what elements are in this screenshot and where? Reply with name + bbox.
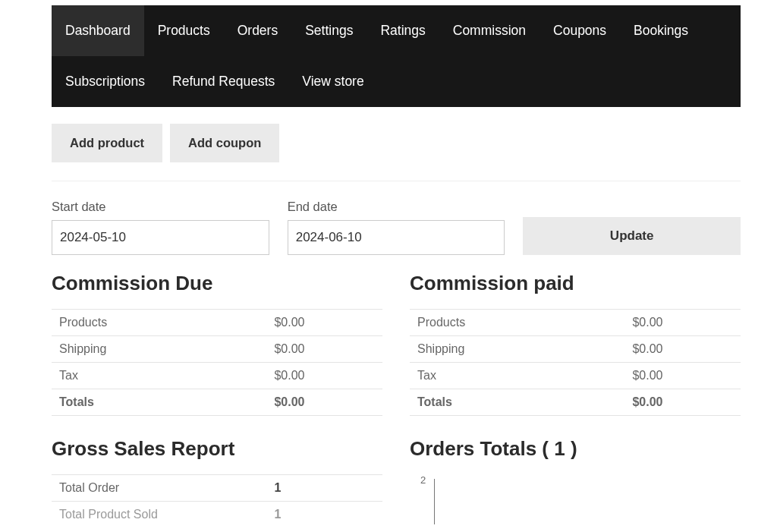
nav-tab-dashboard[interactable]: Dashboard <box>52 5 144 56</box>
row-label: Products <box>410 309 624 335</box>
nav-tab-products[interactable]: Products <box>144 5 224 56</box>
add-coupon-button[interactable]: Add coupon <box>170 124 279 162</box>
table-row: Products$0.00 <box>410 309 741 335</box>
nav-tab-view-store[interactable]: View store <box>288 56 377 107</box>
commission-due-title: Commission Due <box>52 272 382 295</box>
nav-tab-subscriptions[interactable]: Subscriptions <box>52 56 159 107</box>
commission-paid-table: Products$0.00Shipping$0.00Tax$0.00Totals… <box>410 309 741 416</box>
row-label: Tax <box>52 362 266 389</box>
commission-due-table: Products$0.00Shipping$0.00Tax$0.00Totals… <box>52 309 382 416</box>
chart-yaxis <box>434 479 435 524</box>
row-label: Products <box>52 309 266 335</box>
row-label: Shipping <box>410 335 624 362</box>
totals-label: Totals <box>410 389 624 415</box>
chart-ytick: 2 <box>420 474 426 486</box>
nav-tab-settings[interactable]: Settings <box>291 5 366 56</box>
orders-totals-title: Orders Totals ( 1 ) <box>410 437 741 461</box>
update-button[interactable]: Update <box>523 217 741 255</box>
row-label: Total Order <box>52 474 266 501</box>
nav-tab-refund-requests[interactable]: Refund Requests <box>159 56 288 107</box>
row-value: $0.00 <box>624 362 741 389</box>
add-product-button[interactable]: Add product <box>52 124 162 162</box>
table-row: Tax$0.00 <box>52 362 382 389</box>
row-value: $0.00 <box>624 335 741 362</box>
table-row: Tax$0.00 <box>410 362 741 389</box>
totals-value: $0.00 <box>266 389 382 415</box>
start-date-label: Start date <box>52 200 269 214</box>
date-filter: Start date End date Update <box>52 200 741 255</box>
row-label: Tax <box>410 362 624 389</box>
action-bar: Add product Add coupon <box>52 124 741 181</box>
row-value: $0.00 <box>624 309 741 335</box>
gross-sales-title: Gross Sales Report <box>52 437 382 461</box>
row-value: $0.00 <box>266 309 382 335</box>
nav-tab-bookings[interactable]: Bookings <box>620 5 702 56</box>
gross-sales-table: Total Order1Total Product Sold1 <box>52 474 382 527</box>
table-row: Shipping$0.00 <box>410 335 741 362</box>
nav-tab-ratings[interactable]: Ratings <box>366 5 439 56</box>
nav-tab-coupons[interactable]: Coupons <box>539 5 620 56</box>
table-totals-row: Totals$0.00 <box>52 389 382 415</box>
row-value: 1 <box>266 474 382 501</box>
table-row: Total Order1 <box>52 474 382 501</box>
table-row: Shipping$0.00 <box>52 335 382 362</box>
totals-label: Totals <box>52 389 266 415</box>
start-date-input[interactable] <box>52 220 269 255</box>
table-totals-row: Totals$0.00 <box>410 389 741 415</box>
table-row: Products$0.00 <box>52 309 382 335</box>
row-label: Total Product Sold <box>52 501 266 527</box>
nav-tab-orders[interactable]: Orders <box>224 5 291 56</box>
table-row: Total Product Sold1 <box>52 501 382 527</box>
row-value: $0.00 <box>266 362 382 389</box>
row-label: Shipping <box>52 335 266 362</box>
end-date-label: End date <box>288 200 505 214</box>
totals-value: $0.00 <box>624 389 741 415</box>
orders-chart: 2 <box>410 474 741 520</box>
main-nav: DashboardProductsOrdersSettingsRatingsCo… <box>52 5 741 107</box>
nav-tab-commission[interactable]: Commission <box>439 5 539 56</box>
end-date-input[interactable] <box>288 220 505 255</box>
row-value: 1 <box>266 501 382 527</box>
commission-paid-title: Commission paid <box>410 272 741 295</box>
row-value: $0.00 <box>266 335 382 362</box>
